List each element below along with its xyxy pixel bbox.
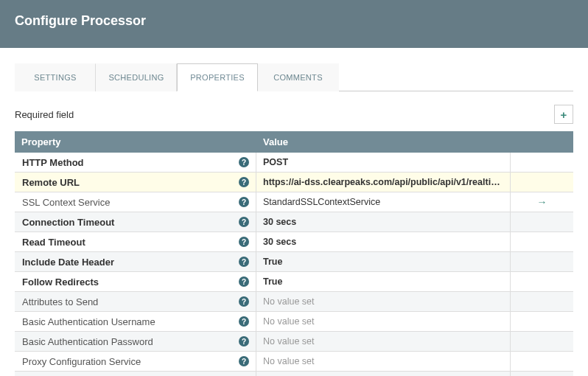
table-row[interactable]: Include Date Header?True [15, 252, 573, 272]
value-cell[interactable]: No value set [256, 372, 511, 376]
value-cell[interactable]: https://ai-dss.clearpeaks.com/api/public… [256, 173, 511, 192]
value-cell[interactable]: True [256, 272, 511, 291]
tab-comments[interactable]: COMMENTS [258, 63, 339, 91]
action-cell [511, 352, 573, 371]
value-text: True [263, 257, 503, 267]
value-text: https://ai-dss.clearpeaks.com/api/public… [263, 177, 503, 187]
tab-settings[interactable]: SETTINGS [15, 63, 96, 91]
plus-icon: + [561, 108, 567, 121]
action-cell [511, 153, 573, 172]
help-icon[interactable]: ? [239, 257, 249, 267]
help-icon[interactable]: ? [239, 177, 249, 187]
value-cell[interactable]: POST [256, 153, 511, 172]
table-row[interactable]: Proxy Host?No value set [15, 372, 573, 376]
action-cell [511, 252, 573, 271]
property-cell: Attributes to Send? [15, 292, 256, 311]
property-cell: Remote URL? [15, 173, 256, 192]
column-header-property: Property [15, 131, 256, 153]
table-row[interactable]: Attributes to Send?No value set [15, 292, 573, 312]
goto-arrow-icon[interactable]: → [537, 196, 547, 208]
value-text: No value set [263, 356, 503, 366]
action-cell [511, 173, 573, 192]
property-cell: Read Timeout? [15, 232, 256, 251]
value-text: No value set [263, 296, 503, 307]
table-row[interactable]: Follow Redirects?True [15, 272, 573, 292]
value-cell[interactable]: 30 secs [256, 212, 511, 231]
required-field-label: Required field [15, 109, 74, 120]
tab-scheduling[interactable]: SCHEDULING [96, 63, 177, 91]
property-cell: SSL Context Service? [15, 192, 256, 212]
property-cell: Basic Authentication Password? [15, 332, 256, 351]
value-cell[interactable]: 30 secs [256, 232, 511, 251]
value-text: No value set [263, 336, 503, 347]
action-cell [511, 292, 573, 311]
help-icon[interactable]: ? [239, 217, 249, 227]
help-icon[interactable]: ? [239, 316, 249, 327]
action-cell [511, 272, 573, 291]
property-name: Remote URL [22, 177, 80, 188]
action-cell [511, 372, 573, 376]
property-name: SSL Context Service [22, 197, 110, 208]
property-name: Attributes to Send [22, 296, 98, 307]
property-name: Connection Timeout [22, 217, 114, 228]
value-cell[interactable]: StandardSSLContextService [256, 192, 511, 212]
table-row[interactable]: Read Timeout?30 secs [15, 232, 573, 252]
value-text: StandardSSLContextService [263, 197, 503, 207]
value-cell[interactable]: True [256, 252, 511, 271]
value-text: 30 secs [263, 217, 503, 227]
table-row[interactable]: SSL Context Service?StandardSSLContextSe… [15, 192, 573, 212]
dialog-header: Configure Processor [0, 0, 588, 48]
table-row[interactable]: Basic Authentication Username?No value s… [15, 312, 573, 332]
property-cell: Basic Authentication Username? [15, 312, 256, 331]
column-header-action [511, 131, 573, 153]
value-text: No value set [263, 316, 503, 327]
add-property-button[interactable]: + [554, 105, 573, 124]
dialog-title: Configure Processor [15, 13, 146, 28]
tab-properties[interactable]: PROPERTIES [177, 63, 258, 91]
property-cell: HTTP Method? [15, 153, 256, 172]
property-name: Read Timeout [22, 237, 85, 248]
help-icon[interactable]: ? [239, 237, 249, 247]
value-text: POST [263, 157, 503, 167]
table-row[interactable]: Proxy Configuration Service?No value set [15, 352, 573, 372]
table-header-row: Property Value [15, 131, 573, 153]
value-cell[interactable]: No value set [256, 352, 511, 371]
tab-bar: SETTINGSSCHEDULINGPROPERTIESCOMMENTS [15, 63, 573, 91]
value-text: True [263, 276, 503, 287]
value-cell[interactable]: No value set [256, 312, 511, 331]
table-row[interactable]: Remote URL?https://ai-dss.clearpeaks.com… [15, 173, 573, 192]
help-icon[interactable]: ? [239, 197, 249, 207]
help-icon[interactable]: ? [239, 296, 249, 307]
property-name: HTTP Method [22, 157, 84, 168]
properties-table: Property Value HTTP Method?POSTRemote UR… [15, 131, 573, 376]
property-name: Include Date Header [22, 257, 114, 268]
property-cell: Connection Timeout? [15, 212, 256, 231]
table-scroll-area[interactable]: HTTP Method?POSTRemote URL?https://ai-ds… [15, 153, 573, 376]
value-cell[interactable]: No value set [256, 292, 511, 311]
help-icon[interactable]: ? [239, 356, 249, 366]
value-text: 30 secs [263, 237, 503, 247]
table-body: HTTP Method?POSTRemote URL?https://ai-ds… [15, 153, 573, 376]
table-row[interactable]: Connection Timeout?30 secs [15, 212, 573, 232]
property-name: Proxy Configuration Service [22, 356, 141, 367]
subheader: Required field + [15, 105, 573, 124]
table-row[interactable]: Basic Authentication Password?No value s… [15, 332, 573, 352]
property-cell: Follow Redirects? [15, 272, 256, 291]
column-header-value: Value [256, 131, 511, 153]
action-cell [511, 332, 573, 351]
property-cell: Proxy Host? [15, 372, 256, 376]
help-icon[interactable]: ? [239, 336, 249, 347]
property-name: Basic Authentication Password [22, 336, 153, 347]
property-name: Basic Authentication Username [22, 316, 155, 327]
dialog-content: SETTINGSSCHEDULINGPROPERTIESCOMMENTS Req… [0, 48, 588, 376]
help-icon[interactable]: ? [239, 276, 249, 287]
value-cell[interactable]: No value set [256, 332, 511, 351]
table-row[interactable]: HTTP Method?POST [15, 153, 573, 173]
action-cell [511, 312, 573, 331]
action-cell: → [511, 192, 573, 212]
help-icon[interactable]: ? [239, 157, 249, 167]
property-cell: Proxy Configuration Service? [15, 352, 256, 371]
property-cell: Include Date Header? [15, 252, 256, 271]
action-cell [511, 232, 573, 251]
action-cell [511, 212, 573, 231]
